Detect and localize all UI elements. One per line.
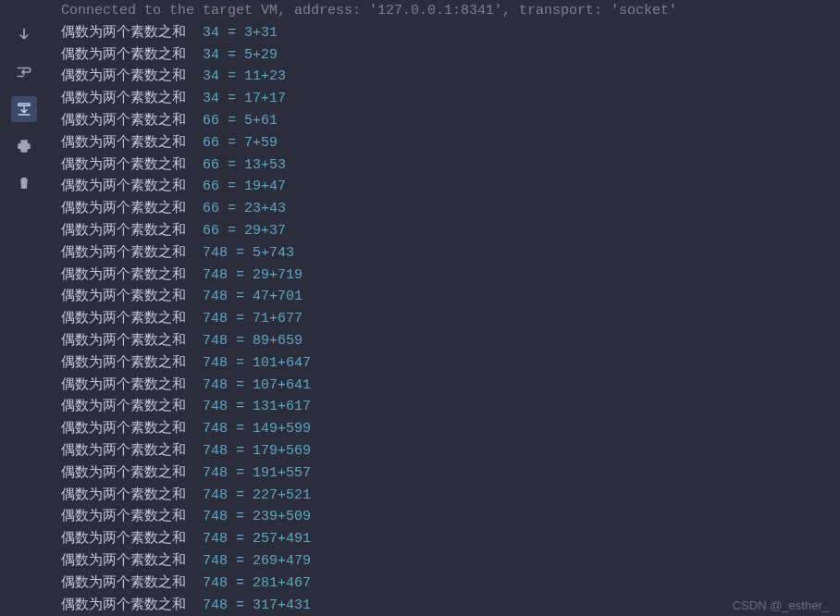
line-prefix: 偶数为两个素数之和 xyxy=(61,220,186,242)
line-prefix: 偶数为两个素数之和 xyxy=(61,595,186,616)
output-line: 偶数为两个素数之和 748 = 281+467 xyxy=(61,573,840,595)
line-prefix: 偶数为两个素数之和 xyxy=(61,22,186,44)
line-value: 748 = 5+743 xyxy=(186,242,294,265)
line-prefix: 偶数为两个素数之和 xyxy=(61,462,186,485)
output-line: 偶数为两个素数之和 34 = 5+29 xyxy=(61,44,840,67)
line-value: 748 = 29+719 xyxy=(186,265,303,287)
line-value: 748 = 101+647 xyxy=(186,352,311,375)
output-line: 偶数为两个素数之和 66 = 7+59 xyxy=(61,132,840,154)
line-prefix: 偶数为两个素数之和 xyxy=(61,110,186,132)
line-value: 34 = 17+17 xyxy=(186,88,286,110)
line-value: 748 = 269+479 xyxy=(186,550,311,573)
line-value: 748 = 191+557 xyxy=(186,462,311,485)
console-output[interactable]: Connected to the target VM, address: '12… xyxy=(48,0,840,616)
line-value: 66 = 13+53 xyxy=(186,154,286,177)
line-prefix: 偶数为两个素数之和 xyxy=(61,550,186,573)
output-line: 偶数为两个素数之和 34 = 11+23 xyxy=(61,66,840,88)
line-value: 748 = 257+491 xyxy=(186,528,311,550)
line-value: 66 = 29+37 xyxy=(186,220,286,242)
line-prefix: 偶数为两个素数之和 xyxy=(61,485,186,507)
output-line: 偶数为两个素数之和 748 = 47+701 xyxy=(61,286,840,308)
trash-icon[interactable] xyxy=(11,170,37,196)
line-prefix: 偶数为两个素数之和 xyxy=(61,396,186,418)
line-value: 748 = 179+569 xyxy=(186,440,311,462)
output-line: 偶数为两个素数之和 748 = 101+647 xyxy=(61,352,840,375)
line-value: 66 = 5+61 xyxy=(186,110,278,132)
line-value: 748 = 149+599 xyxy=(186,418,311,440)
line-value: 748 = 239+509 xyxy=(186,506,311,528)
line-prefix: 偶数为两个素数之和 xyxy=(61,242,186,265)
scroll-down-icon[interactable] xyxy=(11,22,37,48)
line-value: 748 = 107+641 xyxy=(186,375,311,397)
output-line: 偶数为两个素数之和 66 = 23+43 xyxy=(61,198,840,220)
line-value: 748 = 281+467 xyxy=(186,573,311,595)
output-line: 偶数为两个素数之和 748 = 317+431 xyxy=(61,595,840,616)
output-line: 偶数为两个素数之和 66 = 13+53 xyxy=(61,154,840,177)
watermark-text: CSDN @_esther_ xyxy=(733,598,829,612)
output-line: 偶数为两个素数之和 748 = 179+569 xyxy=(61,440,840,462)
output-line: 偶数为两个素数之和 748 = 227+521 xyxy=(61,485,840,507)
line-prefix: 偶数为两个素数之和 xyxy=(61,528,186,550)
line-prefix: 偶数为两个素数之和 xyxy=(61,330,186,352)
console-header-line: Connected to the target VM, address: '12… xyxy=(61,0,840,22)
line-prefix: 偶数为两个素数之和 xyxy=(61,506,186,528)
output-line: 偶数为两个素数之和 748 = 239+509 xyxy=(61,506,840,528)
output-line: 偶数为两个素数之和 748 = 131+617 xyxy=(61,396,840,418)
line-value: 748 = 89+659 xyxy=(186,330,303,352)
line-value: 34 = 11+23 xyxy=(186,66,286,88)
output-line: 偶数为两个素数之和 748 = 149+599 xyxy=(61,418,840,440)
line-prefix: 偶数为两个素数之和 xyxy=(61,154,186,177)
gutter-toolbar xyxy=(0,0,48,616)
line-prefix: 偶数为两个素数之和 xyxy=(61,573,186,595)
output-line: 偶数为两个素数之和 748 = 269+479 xyxy=(61,550,840,573)
line-value: 34 = 3+31 xyxy=(186,22,278,44)
line-value: 748 = 47+701 xyxy=(186,286,303,308)
output-line: 偶数为两个素数之和 748 = 5+743 xyxy=(61,242,840,265)
scroll-to-end-icon[interactable] xyxy=(11,96,37,122)
soft-wrap-icon[interactable] xyxy=(11,59,37,85)
line-value: 748 = 71+677 xyxy=(186,308,303,330)
output-line: 偶数为两个素数之和 748 = 89+659 xyxy=(61,330,840,352)
output-line: 偶数为两个素数之和 34 = 17+17 xyxy=(61,88,840,110)
line-value: 748 = 317+431 xyxy=(186,595,311,616)
line-prefix: 偶数为两个素数之和 xyxy=(61,286,186,308)
line-value: 66 = 7+59 xyxy=(186,132,278,154)
line-prefix: 偶数为两个素数之和 xyxy=(61,308,186,330)
line-prefix: 偶数为两个素数之和 xyxy=(61,44,186,67)
line-prefix: 偶数为两个素数之和 xyxy=(61,375,186,397)
line-prefix: 偶数为两个素数之和 xyxy=(61,176,186,198)
print-icon[interactable] xyxy=(11,133,37,159)
output-line: 偶数为两个素数之和 34 = 3+31 xyxy=(61,22,840,44)
output-line: 偶数为两个素数之和 748 = 191+557 xyxy=(61,462,840,485)
line-value: 34 = 5+29 xyxy=(186,44,278,67)
line-prefix: 偶数为两个素数之和 xyxy=(61,66,186,88)
line-prefix: 偶数为两个素数之和 xyxy=(61,198,186,220)
line-prefix: 偶数为两个素数之和 xyxy=(61,440,186,462)
line-value: 748 = 131+617 xyxy=(186,396,311,418)
output-line: 偶数为两个素数之和 748 = 71+677 xyxy=(61,308,840,330)
line-prefix: 偶数为两个素数之和 xyxy=(61,352,186,375)
output-line: 偶数为两个素数之和 66 = 29+37 xyxy=(61,220,840,242)
output-line: 偶数为两个素数之和 748 = 107+641 xyxy=(61,375,840,397)
line-prefix: 偶数为两个素数之和 xyxy=(61,88,186,110)
line-value: 748 = 227+521 xyxy=(186,485,311,507)
line-prefix: 偶数为两个素数之和 xyxy=(61,418,186,440)
output-line: 偶数为两个素数之和 66 = 19+47 xyxy=(61,176,840,198)
line-prefix: 偶数为两个素数之和 xyxy=(61,265,186,287)
line-value: 66 = 23+43 xyxy=(186,198,286,220)
output-line: 偶数为两个素数之和 748 = 29+719 xyxy=(61,265,840,287)
output-line: 偶数为两个素数之和 66 = 5+61 xyxy=(61,110,840,132)
line-prefix: 偶数为两个素数之和 xyxy=(61,132,186,154)
output-line: 偶数为两个素数之和 748 = 257+491 xyxy=(61,528,840,550)
line-value: 66 = 19+47 xyxy=(186,176,286,198)
